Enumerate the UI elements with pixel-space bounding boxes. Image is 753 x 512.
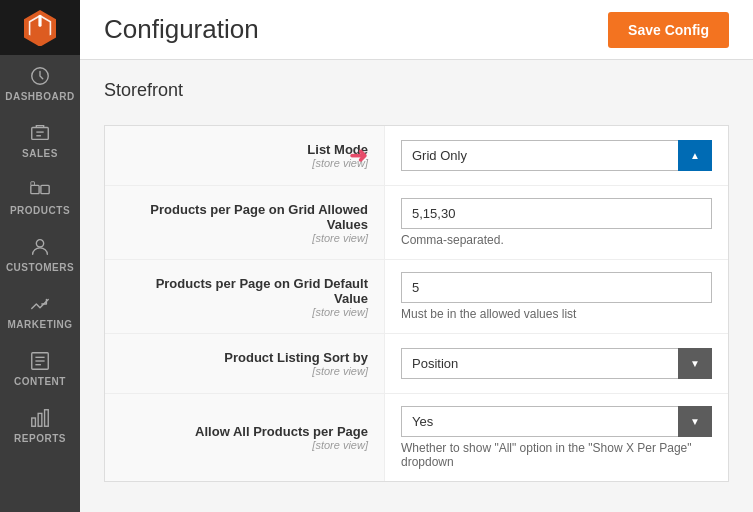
sidebar-item-customers[interactable]: CUSTOMERS	[0, 226, 80, 283]
save-config-button[interactable]: Save Config	[608, 12, 729, 48]
list-mode-select-wrapper: Grid Only List Only Grid (default) / Lis…	[401, 140, 712, 171]
content-icon	[29, 350, 51, 372]
sort-by-select[interactable]: Position Product Name Price	[401, 348, 712, 379]
label-cell-allow-all: Allow All Products per Page [store view]	[105, 394, 385, 481]
page-header: Configuration Save Config	[80, 0, 753, 60]
value-cell-grid-default: Must be in the allowed values list	[385, 260, 728, 333]
svg-rect-14	[45, 410, 49, 427]
value-cell-list-mode: ➜ Grid Only List Only Grid (default) / L…	[385, 126, 728, 185]
value-cell-sort-by: Position Product Name Price	[385, 334, 728, 393]
sidebar-item-content[interactable]: CONTENT	[0, 340, 80, 397]
list-mode-select[interactable]: Grid Only List Only Grid (default) / Lis…	[401, 140, 712, 171]
config-row-grid-default: Products per Page on Grid Default Value …	[105, 260, 728, 334]
grid-default-hint: Must be in the allowed values list	[401, 307, 712, 321]
config-table: List Mode [store view] ➜ Grid Only List …	[104, 125, 729, 482]
config-row-grid-allowed: Products per Page on Grid Allowed Values…	[105, 186, 728, 260]
sidebar-item-label: PRODUCTS	[10, 205, 70, 216]
allow-all-select-wrapper: Yes No	[401, 406, 712, 437]
dashboard-icon	[29, 65, 51, 87]
svg-rect-13	[38, 413, 42, 426]
sidebar-item-label: SALES	[22, 148, 58, 159]
value-cell-grid-allowed: Comma-separated.	[385, 186, 728, 259]
svg-rect-4	[31, 185, 39, 193]
sidebar-item-label: CONTENT	[14, 376, 66, 387]
sidebar: DASHBOARD SALES PRODUCTS CUSTOMERS MARKE…	[0, 0, 80, 512]
store-view-grid-allowed: [store view]	[312, 232, 368, 244]
label-sort-by: Product Listing Sort by	[224, 350, 368, 365]
sidebar-item-label: MARKETING	[7, 319, 72, 330]
label-cell-sort-by: Product Listing Sort by [store view]	[105, 334, 385, 393]
label-cell-grid-default: Products per Page on Grid Default Value …	[105, 260, 385, 333]
sidebar-item-reports[interactable]: REPORTS	[0, 397, 80, 454]
value-cell-allow-all: Yes No Whether to show "All" option in t…	[385, 394, 728, 481]
content-area: Storefront List Mode [store view] ➜ Grid…	[80, 60, 753, 512]
grid-allowed-hint: Comma-separated.	[401, 233, 712, 247]
sidebar-item-label: CUSTOMERS	[6, 262, 74, 273]
magento-logo-icon	[22, 10, 58, 46]
store-view-sort-by: [store view]	[312, 365, 368, 377]
arrow-indicator: ➜	[349, 143, 367, 169]
customers-icon	[29, 236, 51, 258]
svg-rect-12	[32, 418, 36, 426]
sidebar-item-marketing[interactable]: MARKETING	[0, 283, 80, 340]
products-icon	[29, 179, 51, 201]
sidebar-item-label: REPORTS	[14, 433, 66, 444]
svg-rect-5	[41, 185, 49, 193]
svg-point-7	[36, 240, 43, 247]
sidebar-item-dashboard[interactable]: DASHBOARD	[0, 55, 80, 112]
reports-icon	[29, 407, 51, 429]
sort-by-select-wrapper: Position Product Name Price	[401, 348, 712, 379]
label-allow-all: Allow All Products per Page	[195, 424, 368, 439]
sidebar-item-products[interactable]: PRODUCTS	[0, 169, 80, 226]
sidebar-logo	[0, 0, 80, 55]
section-title: Storefront	[104, 80, 729, 109]
config-row-allow-all: Allow All Products per Page [store view]…	[105, 394, 728, 481]
main-content: Configuration Save Config Storefront Lis…	[80, 0, 753, 512]
svg-rect-1	[32, 128, 49, 140]
config-row-list-mode: List Mode [store view] ➜ Grid Only List …	[105, 126, 728, 186]
sidebar-item-label: DASHBOARD	[5, 91, 75, 102]
page-title: Configuration	[104, 14, 259, 45]
marketing-icon	[29, 293, 51, 315]
allow-all-hint: Whether to show "All" option in the "Sho…	[401, 441, 712, 469]
label-grid-default: Products per Page on Grid Default Value	[121, 276, 368, 306]
config-row-sort-by: Product Listing Sort by [store view] Pos…	[105, 334, 728, 394]
label-cell-list-mode: List Mode [store view]	[105, 126, 385, 185]
store-view-grid-default: [store view]	[312, 306, 368, 318]
store-view-allow-all: [store view]	[312, 439, 368, 451]
sales-icon	[29, 122, 51, 144]
grid-allowed-input[interactable]	[401, 198, 712, 229]
label-cell-grid-allowed: Products per Page on Grid Allowed Values…	[105, 186, 385, 259]
grid-default-input[interactable]	[401, 272, 712, 303]
label-grid-allowed: Products per Page on Grid Allowed Values	[121, 202, 368, 232]
sidebar-item-sales[interactable]: SALES	[0, 112, 80, 169]
allow-all-select[interactable]: Yes No	[401, 406, 712, 437]
